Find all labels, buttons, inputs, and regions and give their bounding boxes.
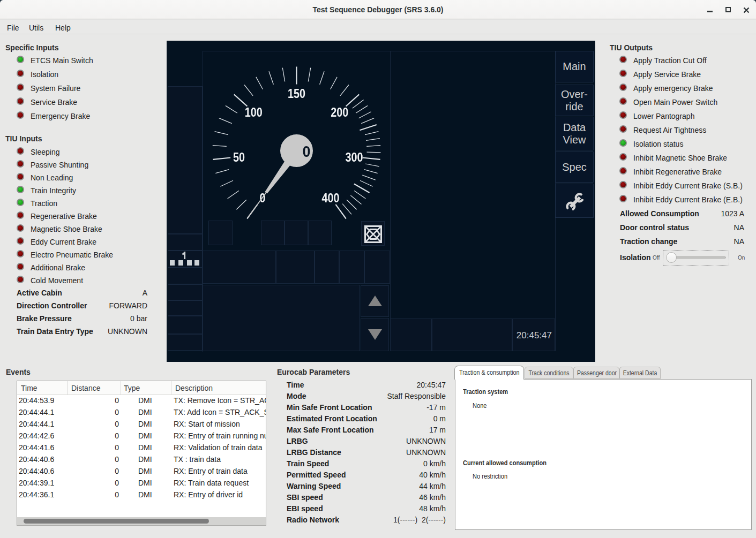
svg-text:0: 0 [303, 142, 311, 160]
svg-text:50: 50 [233, 150, 245, 164]
svg-text:400: 400 [322, 191, 340, 205]
svg-text:150: 150 [288, 87, 305, 101]
svg-text:200: 200 [331, 105, 348, 119]
svg-text:300: 300 [345, 150, 363, 164]
svg-text:100: 100 [245, 105, 263, 119]
